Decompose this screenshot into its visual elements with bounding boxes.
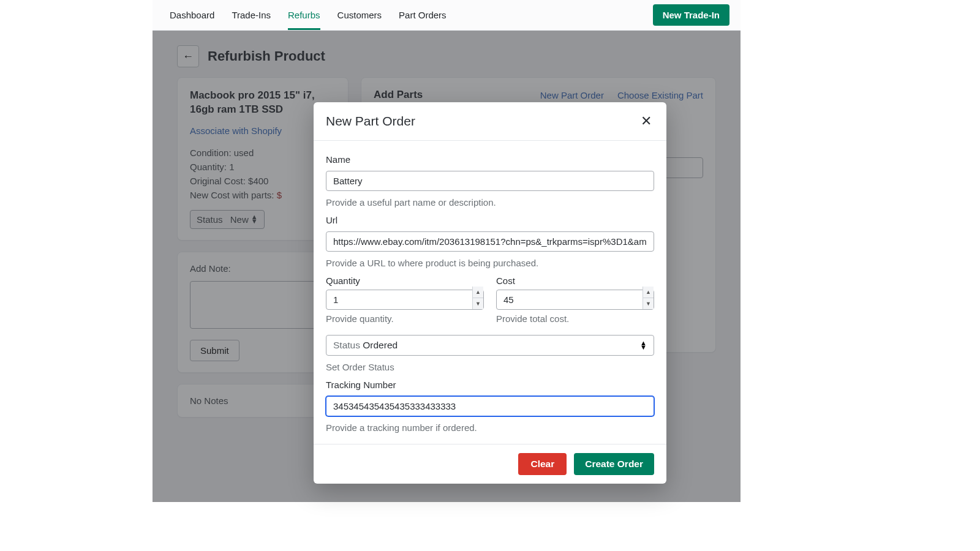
tracking-label: Tracking Number [326, 380, 654, 390]
clear-button[interactable]: Clear [518, 453, 567, 475]
tab-dashboard[interactable]: Dashboard [170, 0, 214, 30]
create-order-button[interactable]: Create Order [574, 453, 654, 475]
name-help: Provide a useful part name or descriptio… [326, 197, 654, 208]
url-input[interactable] [326, 231, 654, 252]
cost-help: Provide total cost. [496, 313, 654, 324]
close-icon[interactable]: ✕ [638, 112, 654, 130]
tracking-input[interactable] [326, 396, 654, 416]
tab-part-orders[interactable]: Part Orders [399, 0, 447, 30]
new-part-order-modal: New Part Order ✕ Name Provide a useful p… [314, 102, 666, 484]
new-trade-in-button[interactable]: New Trade-In [653, 4, 729, 26]
cost-stepper[interactable]: ▲▼ [643, 287, 654, 309]
quantity-label: Quantity [326, 276, 484, 286]
chevron-up-icon[interactable]: ▲ [643, 287, 654, 298]
quantity-input[interactable] [326, 290, 484, 310]
name-input[interactable] [326, 171, 654, 191]
tab-refurbs[interactable]: Refurbs [288, 0, 320, 30]
nav-tabs: Dashboard Trade-Ins Refurbs Customers Pa… [170, 0, 447, 30]
name-label: Name [326, 154, 654, 165]
order-status-help: Set Order Status [326, 362, 654, 372]
quantity-stepper[interactable]: ▲▼ [472, 287, 483, 309]
order-status-select[interactable]: Status Ordered ▲▼ [326, 335, 654, 356]
quantity-help: Provide quantity. [326, 313, 484, 324]
url-label: Url [326, 215, 654, 225]
cost-input[interactable] [496, 290, 654, 310]
order-status-value: Ordered [363, 340, 398, 350]
tracking-help: Provide a tracking number if ordered. [326, 422, 654, 433]
chevron-up-icon[interactable]: ▲ [473, 287, 483, 298]
tab-trade-ins[interactable]: Trade-Ins [232, 0, 271, 30]
sort-icon: ▲▼ [640, 341, 647, 350]
url-help: Provide a URL to where product is being … [326, 258, 654, 268]
chevron-down-icon[interactable]: ▼ [473, 298, 483, 309]
cost-label: Cost [496, 276, 654, 286]
tab-customers[interactable]: Customers [337, 0, 382, 30]
top-nav: Dashboard Trade-Ins Refurbs Customers Pa… [153, 0, 741, 31]
chevron-down-icon[interactable]: ▼ [643, 298, 654, 309]
modal-title: New Part Order [326, 114, 415, 129]
order-status-label: Status [333, 340, 360, 350]
